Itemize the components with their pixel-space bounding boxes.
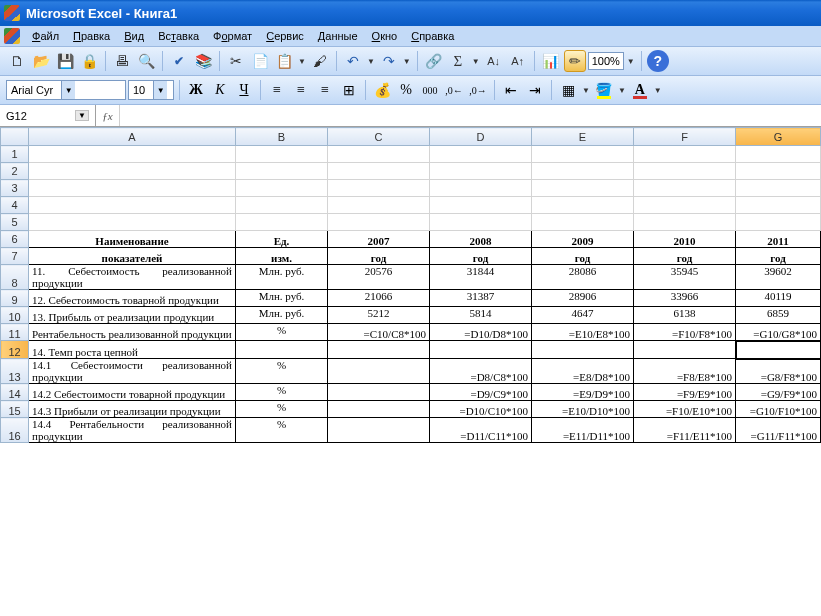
fill-color-dropdown[interactable]: ▼ [617,86,627,95]
column-header[interactable]: F [634,128,736,146]
table-header-cell[interactable]: Наименование [29,231,236,248]
cell[interactable]: 28906 [532,290,634,307]
menu-сервис[interactable]: Сервис [260,28,310,44]
table-header-cell[interactable]: год [634,248,736,265]
new-doc-button[interactable]: 🗋 [6,50,28,72]
cell[interactable]: % [236,418,328,443]
comma-style-button[interactable]: 000 [419,79,441,101]
cell[interactable]: 14.2 Себестоимости товарной продукции [29,384,236,401]
cell[interactable]: 6859 [736,307,821,324]
row-header[interactable]: 9 [1,290,29,307]
sort-desc-button[interactable]: A↑ [507,50,529,72]
cell[interactable]: =D10/C10*100 [430,401,532,418]
cell[interactable]: Млн. руб. [236,307,328,324]
cell[interactable]: 6138 [634,307,736,324]
decrease-decimal-button[interactable]: ,0→ [467,79,489,101]
cell[interactable] [328,401,430,418]
help-button[interactable]: ? [647,50,669,72]
decrease-indent-button[interactable]: ⇤ [500,79,522,101]
cell[interactable]: =C10/C8*100 [328,324,430,341]
cell[interactable]: =G9/F9*100 [736,384,821,401]
cell[interactable]: 33966 [634,290,736,307]
spellcheck-button[interactable]: ✔ [168,50,190,72]
cell[interactable]: =D10/D8*100 [430,324,532,341]
sort-asc-button[interactable]: A↓ [483,50,505,72]
cell[interactable]: 39602 [736,265,821,290]
zoom-dropdown[interactable]: ▼ [626,57,636,66]
increase-indent-button[interactable]: ⇥ [524,79,546,101]
row-header[interactable]: 12 [1,341,29,359]
cell[interactable]: =E10/E8*100 [532,324,634,341]
row-header[interactable]: 8 [1,265,29,290]
column-header[interactable]: B [236,128,328,146]
print-button[interactable]: 🖶 [111,50,133,72]
autosum-button[interactable]: Σ [447,50,469,72]
row-header[interactable]: 1 [1,146,29,163]
cell[interactable]: =E10/D10*100 [532,401,634,418]
cell[interactable]: =F8/E8*100 [634,359,736,384]
cell[interactable]: 35945 [634,265,736,290]
menu-окно[interactable]: Окно [366,28,404,44]
cell[interactable]: 5814 [430,307,532,324]
cell[interactable]: % [236,401,328,418]
open-button[interactable]: 📂 [30,50,52,72]
hyperlink-button[interactable]: 🔗 [423,50,445,72]
paste-dropdown[interactable]: ▼ [297,57,307,66]
cell[interactable]: Млн. руб. [236,290,328,307]
row-header[interactable]: 13 [1,359,29,384]
table-header-cell[interactable]: год [430,248,532,265]
bold-button[interactable]: Ж [185,79,207,101]
cell[interactable] [328,341,430,359]
cell[interactable]: =E8/D8*100 [532,359,634,384]
cell[interactable] [634,341,736,359]
table-header-cell[interactable]: 2007 [328,231,430,248]
row-header[interactable]: 6 [1,231,29,248]
table-header-cell[interactable]: 2011 [736,231,821,248]
redo-button[interactable]: ↷ [378,50,400,72]
menu-вид[interactable]: Вид [118,28,150,44]
column-header[interactable]: D [430,128,532,146]
select-all-corner[interactable] [1,128,29,146]
table-header-cell[interactable]: год [532,248,634,265]
font-color-dropdown[interactable]: ▼ [653,86,663,95]
undo-button[interactable]: ↶ [342,50,364,72]
cell[interactable] [236,341,328,359]
permissions-button[interactable]: 🔒 [78,50,100,72]
cell[interactable]: =F9/E9*100 [634,384,736,401]
cell[interactable]: 11. Себестоимость реализованной продукци… [29,265,236,290]
fill-color-button[interactable]: 🪣 [593,79,615,101]
cell[interactable]: 14.4 Рентабельности реализованной продук… [29,418,236,443]
merge-center-button[interactable]: ⊞ [338,79,360,101]
cell[interactable]: =D8/C8*100 [430,359,532,384]
cell[interactable] [532,341,634,359]
save-button[interactable]: 💾 [54,50,76,72]
cell[interactable]: =F10/F8*100 [634,324,736,341]
column-header[interactable]: A [29,128,236,146]
increase-decimal-button[interactable]: ,0← [443,79,465,101]
cell[interactable]: 21066 [328,290,430,307]
row-header[interactable]: 3 [1,180,29,197]
cell[interactable]: =D11/C11*100 [430,418,532,443]
table-header-cell[interactable]: 2008 [430,231,532,248]
chart-wizard-button[interactable]: 📊 [540,50,562,72]
row-header[interactable]: 4 [1,197,29,214]
cell[interactable]: 5212 [328,307,430,324]
row-header[interactable]: 14 [1,384,29,401]
italic-button[interactable]: К [209,79,231,101]
cell[interactable]: 31387 [430,290,532,307]
cell[interactable] [430,341,532,359]
table-header-cell[interactable]: изм. [236,248,328,265]
research-button[interactable]: 📚 [192,50,214,72]
format-painter-button[interactable]: 🖌 [309,50,331,72]
cell[interactable]: 14. Темп роста цепной [29,341,236,359]
table-header-cell[interactable]: год [736,248,821,265]
cell[interactable]: =D9/C9*100 [430,384,532,401]
menu-файл[interactable]: Файл [26,28,65,44]
align-right-button[interactable]: ≡ [314,79,336,101]
drawing-button[interactable]: ✏ [564,50,586,72]
cell[interactable]: % [236,384,328,401]
row-header[interactable]: 16 [1,418,29,443]
spreadsheet-grid[interactable]: ABCDEFG 1 2 3 4 5 6 Наименование Ед. 200… [0,127,821,443]
cell[interactable]: =G11/F11*100 [736,418,821,443]
underline-button[interactable]: Ч [233,79,255,101]
